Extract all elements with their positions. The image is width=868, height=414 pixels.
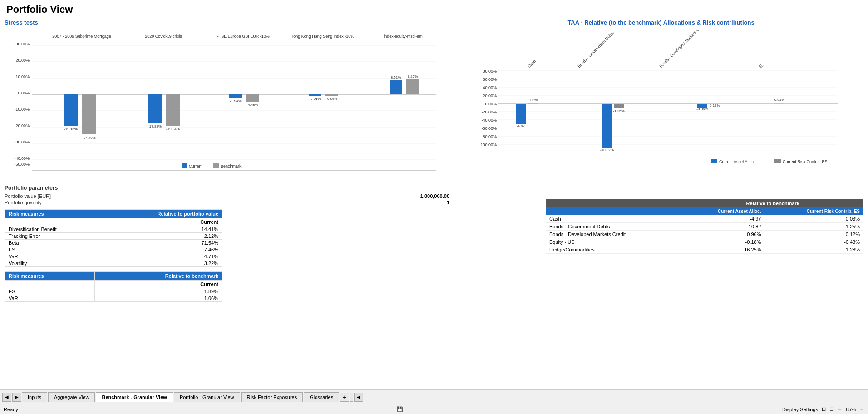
portfolio-quantity-row: Portfolio quantity 1 xyxy=(5,199,449,206)
risk-row2-var-label: VaR xyxy=(5,295,95,302)
display-settings-label[interactable]: Display Settings xyxy=(782,407,818,412)
svg-text:Hong Kong Hang Seng Index -10%: Hong Kong Hang Seng Index -10% xyxy=(291,34,355,39)
svg-text:0.01%: 0.01% xyxy=(774,98,785,102)
svg-text:-1.25%: -1.25% xyxy=(613,109,624,113)
svg-rect-33 xyxy=(309,94,321,96)
bench-cash-alloc: -4.97 xyxy=(682,215,765,223)
svg-text:8.51%: 8.51% xyxy=(391,75,401,79)
svg-text:-19.34%: -19.34% xyxy=(166,127,180,131)
bottom-tab-bar: ◀ ▶ Inputs Aggregate View Benchmark - Gr… xyxy=(0,389,868,404)
risk-row-div-benefit-label: Diversification Benefit xyxy=(5,226,102,233)
risk-table-1-current-label: Current xyxy=(102,218,222,226)
svg-text:Bonds - Developed Markets Cred: Bonds - Developed Markets Credit xyxy=(658,30,706,69)
grid-icon-2[interactable]: ⊟ xyxy=(829,406,833,412)
right-panel: TAA - Relative (to the benchmark) Alloca… xyxy=(454,17,868,389)
risk-row2-es-value: -1.89% xyxy=(94,288,222,295)
page-title: Portfolio View xyxy=(0,0,868,17)
tabs-container: Inputs Aggregate View Benchmark - Granul… xyxy=(22,392,866,402)
risk-table-2-empty xyxy=(5,281,95,288)
bench-equity-risk: -6.48% xyxy=(764,238,863,246)
table-row: Bonds - Government Debts -10.82 -1.25% xyxy=(546,223,863,231)
status-bar: Ready 💾 Display Settings ⊞ ⊟ － 85% ＋ xyxy=(0,404,868,414)
tab-scroll-left[interactable]: ◀ xyxy=(354,393,363,402)
bench-equity-alloc: -0.18% xyxy=(682,238,765,246)
svg-rect-45 xyxy=(213,163,219,168)
benchmark-col2-header: Current Risk Contrib. ES xyxy=(764,207,863,215)
nav-next-btn[interactable]: ▶ xyxy=(12,393,21,402)
minus-icon[interactable]: － xyxy=(837,406,842,413)
risk-row2-var-value: -1.06% xyxy=(94,295,222,302)
svg-text:0.00%: 0.00% xyxy=(18,91,30,95)
svg-rect-85 xyxy=(711,159,717,163)
bench-hedge-label: Hedge/Commodities xyxy=(546,246,682,254)
tab-benchmark-granular-view[interactable]: Benchmark - Granular View xyxy=(96,392,173,402)
left-panel: Stress tests 30.00% 20.00% 10.00% 0.00% … xyxy=(0,17,454,389)
tab-risk-factor-exposures[interactable]: Risk Factor Exposures xyxy=(241,392,303,402)
table-row: Cash -4.97 0.03% xyxy=(546,215,863,223)
svg-rect-28 xyxy=(229,94,242,98)
tab-inputs[interactable]: Inputs xyxy=(22,392,47,402)
tab-separator xyxy=(350,393,353,402)
svg-text:-4.97: -4.97 xyxy=(517,124,525,128)
portfolio-quantity-label: Portfolio quantity xyxy=(5,200,42,205)
svg-text:-50.00%: -50.00% xyxy=(14,162,30,167)
svg-text:40.00%: 40.00% xyxy=(483,85,497,90)
risk-table-2-subtitle: Relative to benchmark xyxy=(94,272,222,281)
svg-text:-100.00%: -100.00% xyxy=(479,143,497,147)
svg-rect-18 xyxy=(64,94,78,126)
table-row: VaR -1.06% xyxy=(5,295,222,302)
table-row: Equity - US -0.18% -6.48% xyxy=(546,238,863,246)
status-icon: 💾 xyxy=(397,406,403,412)
content-area: Stress tests 30.00% 20.00% 10.00% 0.00% … xyxy=(0,17,868,389)
svg-rect-40 xyxy=(406,79,419,94)
zoom-level: 85% xyxy=(846,407,856,412)
table-row: Beta 71.54% xyxy=(5,240,222,246)
svg-rect-43 xyxy=(182,163,187,168)
risk-row-tracking-label: Tracking Error xyxy=(5,233,102,240)
svg-text:-24.40%: -24.40% xyxy=(82,136,96,140)
risk-table-1-title: Risk measures xyxy=(5,210,102,218)
svg-text:2020 Covid-19 crisis: 2020 Covid-19 crisis xyxy=(145,34,182,39)
bench-bonds-dev-alloc: -0.96% xyxy=(682,231,765,238)
svg-rect-30 xyxy=(246,94,259,102)
svg-rect-20 xyxy=(82,94,96,134)
bench-bonds-govt-label: Bonds - Government Debts xyxy=(546,223,682,231)
stress-chart: 30.00% 20.00% 10.00% 0.00% -10.00% -20.0… xyxy=(5,30,440,179)
tab-add-button[interactable]: + xyxy=(340,393,349,402)
benchmark-table-header-title: Relative to benchmark xyxy=(682,199,863,207)
bench-cash-risk: 0.03% xyxy=(764,215,863,223)
risk-row-beta-label: Beta xyxy=(5,240,102,246)
svg-text:2007 - 2009 Subprime Mortgage: 2007 - 2009 Subprime Mortgage xyxy=(52,34,111,39)
benchmark-col1-header: Current Asset Alloc. xyxy=(682,207,765,215)
nav-prev-btn[interactable]: ◀ xyxy=(2,393,11,402)
svg-text:-20.00%: -20.00% xyxy=(481,110,497,114)
svg-rect-75 xyxy=(602,104,612,148)
svg-text:-0.86%: -0.86% xyxy=(326,97,337,101)
tab-aggregate-view[interactable]: Aggregate View xyxy=(48,392,95,402)
svg-rect-35 xyxy=(326,94,338,96)
grid-icon-1[interactable]: ⊞ xyxy=(822,406,826,412)
table-row: Diversification Benefit 14.41% xyxy=(5,226,222,233)
portfolio-value-row: Portfolio value [EUR] 1,000,000.00 xyxy=(5,193,449,199)
benchmark-table-header-empty xyxy=(546,199,682,207)
portfolio-params-title: Portfolio parameters xyxy=(5,185,449,191)
risk-measures-table-1: Risk measures Relative to portfolio valu… xyxy=(5,209,222,267)
plus-icon[interactable]: ＋ xyxy=(859,406,864,413)
tab-glossaries[interactable]: Glossaries xyxy=(304,392,339,402)
svg-text:20.00%: 20.00% xyxy=(483,94,497,98)
table-row: VaR 4.71% xyxy=(5,253,222,260)
risk-row-tracking-value: 2.12% xyxy=(102,233,222,240)
svg-text:Current: Current xyxy=(189,164,203,168)
taa-chart: Cash Bonds - Government Debts Bonds - De… xyxy=(466,30,856,197)
svg-text:-20.00%: -20.00% xyxy=(14,123,30,128)
svg-text:-0.12%: -0.12% xyxy=(708,104,720,108)
bench-bonds-dev-label: Bonds - Developed Markets Credit xyxy=(546,231,682,238)
benchmark-table: Relative to benchmark Current Asset Allo… xyxy=(546,199,863,254)
risk-table-1-empty xyxy=(5,218,102,226)
bench-hedge-alloc: 16.25% xyxy=(682,246,765,254)
tab-portfolio-granular-view[interactable]: Portfolio - Granular View xyxy=(174,392,240,402)
status-right: Display Settings ⊞ ⊟ － 85% ＋ xyxy=(782,406,864,413)
svg-text:-4.48%: -4.48% xyxy=(247,103,258,107)
svg-text:-60.00%: -60.00% xyxy=(481,126,497,131)
table-row: Hedge/Commodities 16.25% 1.28% xyxy=(546,246,863,254)
